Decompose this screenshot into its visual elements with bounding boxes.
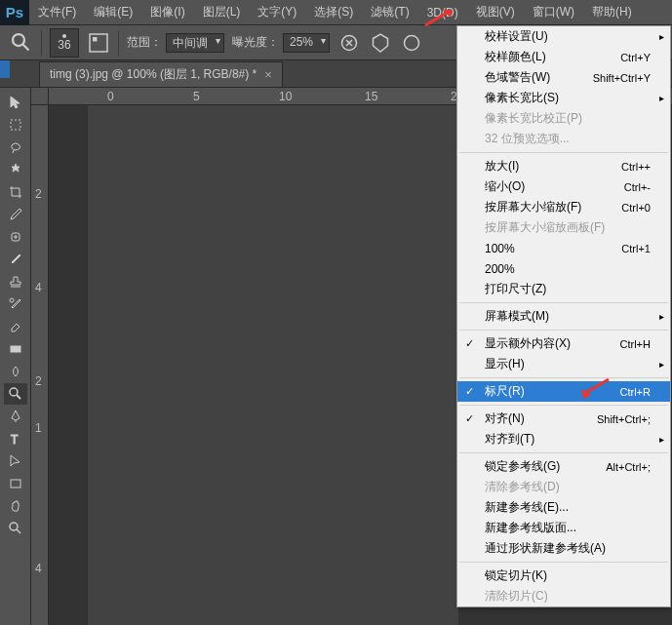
menu-select[interactable]: 选择(S)	[305, 0, 362, 25]
tabbar-highlight	[0, 60, 10, 78]
menu-item-25[interactable]: 锁定参考线(G)Alt+Ctrl+;	[457, 456, 670, 477]
tool-gradient[interactable]	[4, 338, 27, 360]
menu-item-28[interactable]: 新建参考线版面...	[457, 518, 670, 538]
tool-heal[interactable]	[4, 226, 27, 248]
menu-separator	[459, 452, 668, 453]
menu-3d[interactable]: 3D(D)	[418, 0, 467, 25]
tool-history-brush[interactable]	[4, 293, 27, 315]
tool-hand[interactable]	[4, 495, 27, 517]
menu-file[interactable]: 文件(F)	[29, 0, 85, 25]
menu-item-5: 32 位预览选项...	[457, 129, 670, 149]
menu-item-7[interactable]: 放大(I)Ctrl++	[457, 156, 670, 176]
menu-item-12[interactable]: 200%	[457, 258, 670, 279]
menu-item-4: 像素长宽比校正(P)	[457, 108, 670, 129]
tool-move[interactable]	[4, 92, 27, 113]
menu-item-13[interactable]: 打印尺寸(Z)	[457, 279, 670, 299]
close-icon[interactable]: ×	[264, 67, 272, 82]
menu-item-shortcut: Ctrl+Y	[620, 52, 651, 63]
brush-panel-icon[interactable]	[87, 31, 110, 55]
airbrush-icon[interactable]	[337, 31, 361, 55]
menu-item-shortcut: Ctrl+H	[620, 338, 651, 350]
pressure-icon[interactable]	[400, 31, 423, 55]
svg-point-8	[10, 298, 14, 302]
exposure-select[interactable]: 25%	[283, 33, 330, 53]
tool-path[interactable]	[4, 450, 27, 472]
menu-separator	[459, 330, 668, 331]
menu-item-29[interactable]: 通过形状新建参考线(A)	[457, 538, 670, 559]
menu-item-shortcut: Shift+Ctrl+Y	[593, 72, 651, 84]
menu-item-2[interactable]: 色域警告(W)Shift+Ctrl+Y	[457, 67, 670, 88]
menu-separator	[459, 302, 668, 303]
menu-item-label: 色域警告(W)	[485, 69, 550, 86]
menu-separator	[459, 562, 668, 563]
menu-item-label: 清除切片(C)	[485, 588, 548, 605]
tool-stamp[interactable]	[4, 271, 27, 293]
tool-eyedropper[interactable]	[4, 204, 27, 225]
tool-wand[interactable]	[4, 159, 27, 180]
exposure-label: 曝光度：	[232, 34, 279, 51]
menu-item-31[interactable]: 锁定切片(K)	[457, 566, 670, 586]
menu-separator	[459, 405, 668, 406]
menu-item-9[interactable]: 按屏幕大小缩放(F)Ctrl+0	[457, 197, 670, 217]
menu-item-shortcut: Ctrl+1	[621, 243, 651, 254]
svg-line-1	[23, 44, 29, 50]
menu-item-label: 打印尺寸(Z)	[485, 281, 546, 297]
tool-dodge[interactable]	[4, 383, 27, 405]
menu-item-11[interactable]: 100%Ctrl+1	[457, 238, 670, 258]
svg-point-14	[10, 523, 18, 530]
tool-marquee[interactable]	[4, 114, 27, 136]
tool-lasso[interactable]	[4, 137, 27, 158]
menu-item-23[interactable]: 对齐到(T)	[457, 429, 670, 449]
tool-eraser[interactable]	[4, 316, 27, 337]
menu-item-17[interactable]: 显示额外内容(X)Ctrl+H	[457, 333, 670, 354]
ruler-vertical[interactable]: 2 4 2 1 4	[31, 105, 49, 625]
menu-separator	[459, 152, 668, 153]
menu-edit[interactable]: 编辑(E)	[85, 0, 141, 25]
protect-tones-icon[interactable]	[369, 31, 392, 55]
canvas[interactable]	[88, 105, 458, 625]
menu-type[interactable]: 文字(Y)	[249, 0, 305, 25]
svg-rect-13	[11, 480, 20, 488]
menu-help[interactable]: 帮助(H)	[583, 0, 641, 25]
menu-item-label: 锁定参考线(G)	[485, 458, 560, 475]
brush-size-value: 36	[58, 38, 70, 52]
document-tab[interactable]: timg (3).jpg @ 100% (图层 1, RGB/8#) * ×	[39, 61, 283, 87]
menu-item-label: 100%	[485, 242, 515, 255]
tool-crop[interactable]	[4, 181, 27, 203]
tool-type[interactable]: T	[4, 428, 27, 449]
menu-view[interactable]: 视图(V)	[467, 0, 524, 25]
menu-item-20[interactable]: 标尺(R)Ctrl+R	[457, 381, 670, 402]
menu-item-22[interactable]: 对齐(N)Shift+Ctrl+;	[457, 409, 670, 429]
tool-pen[interactable]	[4, 406, 27, 427]
menu-item-3[interactable]: 像素长宽比(S)	[457, 88, 670, 108]
menu-item-15[interactable]: 屏幕模式(M)	[457, 306, 670, 327]
menu-layer[interactable]: 图层(L)	[194, 0, 250, 25]
menu-item-8[interactable]: 缩小(O)Ctrl+-	[457, 176, 670, 197]
menu-item-label: 显示额外内容(X)	[485, 335, 571, 352]
menu-item-label: 校样设置(U)	[485, 28, 548, 45]
range-select[interactable]: 中间调	[166, 33, 224, 53]
menu-item-18[interactable]: 显示(H)	[457, 354, 670, 374]
menu-item-27[interactable]: 新建参考线(E)...	[457, 497, 670, 518]
menu-item-0[interactable]: 校样设置(U)	[457, 26, 670, 47]
svg-rect-2	[90, 34, 107, 52]
brush-preset[interactable]: 36	[50, 28, 79, 58]
menu-item-label: 对齐(N)	[485, 410, 525, 427]
menu-window[interactable]: 窗口(W)	[524, 0, 583, 25]
tool-zoom[interactable]	[4, 518, 27, 539]
menu-image[interactable]: 图像(I)	[141, 0, 193, 25]
tool-brush[interactable]	[4, 249, 27, 270]
tool-preset-icon[interactable]	[10, 31, 33, 55]
menu-item-label: 新建参考线(E)...	[485, 499, 569, 516]
menu-item-1[interactable]: 校样颜色(L)Ctrl+Y	[457, 47, 670, 67]
menu-filter[interactable]: 滤镜(T)	[362, 0, 417, 25]
menu-item-label: 标尺(R)	[485, 383, 525, 400]
range-field: 范围： 中间调	[127, 33, 224, 53]
menu-item-32: 清除切片(C)	[457, 586, 670, 606]
tool-shape[interactable]	[4, 473, 27, 494]
svg-rect-3	[93, 37, 98, 42]
menu-item-label: 32 位预览选项...	[485, 131, 570, 147]
svg-point-0	[13, 34, 24, 46]
tool-blur[interactable]	[4, 361, 27, 382]
menu-item-shortcut: Ctrl+-	[624, 181, 651, 193]
